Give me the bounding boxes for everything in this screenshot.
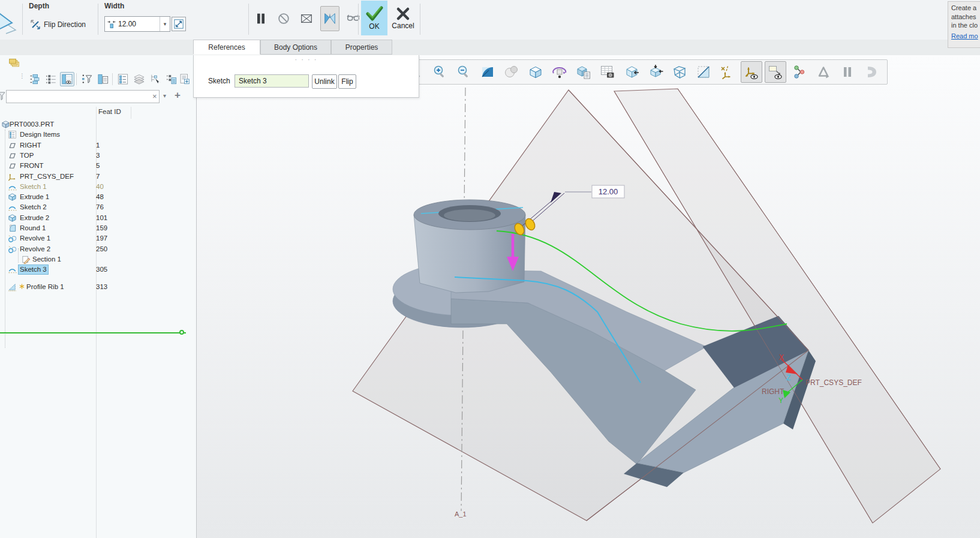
extrude-icon bbox=[8, 214, 17, 223]
tree-item[interactable]: Round 1159 bbox=[0, 223, 197, 233]
model-tree-panel: ⋮ × ▾ + Feat ID PRT0003.PRTDesign ItemsR… bbox=[0, 55, 197, 538]
read-more-link[interactable]: Read mo bbox=[951, 32, 978, 40]
tab-body-options-label: Body Options bbox=[274, 43, 317, 52]
round-icon bbox=[8, 224, 17, 233]
tree-item[interactable]: Sketch 140 bbox=[0, 182, 197, 192]
view-normal-icon[interactable] bbox=[621, 61, 642, 83]
shading-icon[interactable] bbox=[501, 61, 522, 83]
graphics-toolbar bbox=[401, 59, 888, 85]
tree-item-label: Sketch 3 bbox=[19, 265, 48, 274]
csys-z-label: Z bbox=[786, 374, 790, 382]
unlink-button[interactable]: Unlink bbox=[312, 74, 337, 89]
panel-grip-dots[interactable]: · · · · bbox=[295, 56, 318, 63]
perspective-icon[interactable] bbox=[669, 61, 690, 83]
attached-window-icon[interactable] bbox=[320, 6, 339, 31]
pause-gray-icon[interactable] bbox=[837, 61, 858, 83]
datum-display-icon[interactable] bbox=[717, 61, 738, 83]
revolve-icon bbox=[8, 234, 17, 243]
tree-item[interactable]: TOP3 bbox=[0, 151, 197, 161]
extrude-icon bbox=[8, 193, 17, 202]
tree-item-label: TOP bbox=[19, 151, 35, 160]
feat-id: 313 bbox=[96, 282, 107, 291]
view-manager-icon[interactable] bbox=[573, 61, 594, 83]
tree-item-label: RIGHT bbox=[19, 141, 43, 150]
tree-item[interactable]: Extrude 2101 bbox=[0, 213, 197, 223]
tree-item-label: PRT_CSYS_DEF bbox=[19, 172, 75, 181]
datum-plane-icon bbox=[8, 151, 17, 160]
tree-item-label: PRT0003.PRT bbox=[8, 120, 55, 129]
datum-plane-icon bbox=[8, 161, 17, 170]
zoom-out-icon[interactable] bbox=[453, 61, 474, 83]
no-preview-icon[interactable] bbox=[275, 7, 293, 31]
tree-item[interactable]: PRT_CSYS_DEF7 bbox=[0, 172, 197, 182]
tree-item-label: Profile Rib 1 bbox=[25, 282, 65, 291]
tree-item[interactable]: Revolve 2250 bbox=[0, 244, 197, 254]
feat-id: 40 bbox=[96, 182, 104, 191]
section-icon[interactable] bbox=[693, 61, 714, 83]
tab-references[interactable]: References bbox=[193, 40, 260, 55]
tree-item[interactable]: PRT0003.PRT bbox=[0, 119, 197, 130]
exit-gray-icon[interactable] bbox=[861, 61, 882, 83]
feat-id: 159 bbox=[96, 224, 107, 233]
tree-item[interactable]: RIGHT1 bbox=[0, 140, 197, 151]
axis-label[interactable]: A_1 bbox=[455, 510, 467, 518]
clipping-icon[interactable] bbox=[645, 61, 666, 83]
tree-item[interactable]: Revolve 1197 bbox=[0, 233, 197, 244]
dimension-value[interactable]: 12.00 bbox=[599, 187, 618, 196]
insertion-locator-line[interactable] bbox=[0, 332, 186, 333]
annotation-display-icon[interactable] bbox=[765, 61, 786, 83]
tree-item[interactable]: Profile Rib 1313 bbox=[0, 282, 197, 292]
csys-name-label[interactable]: PRT_CSYS_DEF bbox=[805, 378, 862, 387]
separate-window-icon[interactable] bbox=[297, 7, 315, 31]
feat-id: 1 bbox=[96, 141, 100, 150]
unlink-label: Unlink bbox=[314, 77, 334, 86]
csys-display-icon[interactable] bbox=[741, 61, 762, 83]
tab-properties-label: Properties bbox=[345, 43, 378, 52]
spin-center-icon[interactable] bbox=[789, 61, 810, 83]
tooltip-popup: Create a attaches in the clo Read mo bbox=[948, 1, 980, 48]
tree-item-label: Extrude 2 bbox=[19, 214, 50, 223]
tree-item-label: Revolve 1 bbox=[19, 234, 52, 243]
tree-item-label: FRONT bbox=[19, 161, 45, 170]
tooltip-line: Create a bbox=[951, 4, 980, 13]
revolve-icon bbox=[8, 245, 17, 254]
tab-properties[interactable]: Properties bbox=[331, 40, 392, 55]
tree-item[interactable]: Design Items bbox=[0, 130, 197, 140]
model-tree-rows: PRT0003.PRTDesign ItemsRIGHT1TOP3FRONT5P… bbox=[0, 0, 197, 538]
rotate-3d-icon[interactable] bbox=[549, 61, 570, 83]
insertion-locator-handle[interactable] bbox=[179, 330, 184, 335]
flip-button[interactable]: Flip bbox=[338, 74, 356, 89]
tree-item-label: Section 1 bbox=[31, 255, 62, 264]
ok-button[interactable]: OK bbox=[361, 1, 387, 35]
cancel-x-icon bbox=[396, 6, 410, 22]
sketch-reference-value: Sketch 3 bbox=[239, 77, 267, 85]
pause-icon[interactable] bbox=[252, 7, 270, 31]
tree-item[interactable]: Extrude 148 bbox=[0, 192, 197, 202]
named-views-icon[interactable] bbox=[525, 61, 546, 83]
graphics-area[interactable]: 12.00 X Y Z RIGHT PRT_CSYS_DEF A_1 bbox=[197, 55, 980, 538]
feat-id: 101 bbox=[96, 214, 107, 223]
sketch-icon bbox=[8, 265, 17, 274]
preview-icon[interactable] bbox=[813, 61, 834, 83]
ribbon-icon-cluster bbox=[252, 6, 362, 31]
tab-body-options[interactable]: Body Options bbox=[260, 40, 331, 55]
feat-id: 76 bbox=[96, 203, 104, 212]
right-plane-label[interactable]: RIGHT bbox=[762, 387, 784, 396]
refit-icon[interactable] bbox=[477, 61, 498, 83]
ok-label: OK bbox=[369, 22, 379, 31]
tree-item[interactable]: Section 1 bbox=[0, 254, 197, 265]
cancel-button[interactable]: Cancel bbox=[389, 1, 417, 35]
glasses-icon[interactable] bbox=[344, 7, 362, 31]
feat-id: 3 bbox=[96, 151, 100, 160]
sketch-reference-field[interactable]: Sketch 3 bbox=[235, 74, 309, 88]
zoom-in-icon[interactable] bbox=[429, 61, 450, 83]
cancel-label: Cancel bbox=[392, 22, 414, 30]
tree-item[interactable]: FRONT5 bbox=[0, 161, 197, 171]
3d-scene[interactable]: 12.00 X Y Z RIGHT PRT_CSYS_DEF A_1 bbox=[197, 55, 980, 538]
divider bbox=[358, 4, 359, 35]
tooltip-line: in the clo bbox=[951, 21, 980, 30]
appearances-icon[interactable] bbox=[597, 61, 618, 83]
tree-item-label: Extrude 1 bbox=[19, 193, 50, 202]
tree-item[interactable]: Sketch 3305 bbox=[0, 265, 197, 275]
tree-item[interactable]: Sketch 276 bbox=[0, 202, 197, 212]
